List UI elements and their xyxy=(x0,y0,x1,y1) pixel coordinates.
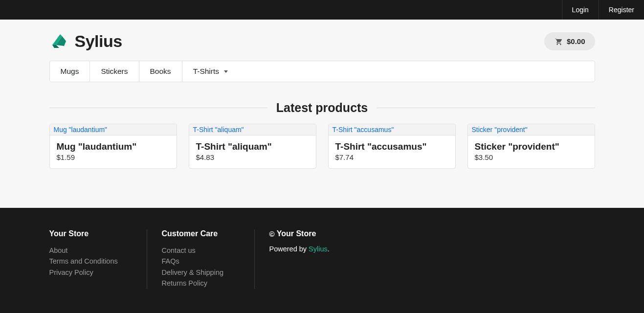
product-title[interactable]: T-Shirt "aliquam" xyxy=(196,141,309,152)
nav-item-t-shirts[interactable]: T-Shirts xyxy=(182,61,239,82)
product-card: Sticker "provident"Sticker "provident"$3… xyxy=(467,124,595,169)
footer-col-store: Your Store AboutTerms and ConditionsPriv… xyxy=(49,229,147,289)
product-image-link[interactable]: Sticker "provident" xyxy=(472,126,528,134)
nav-item-label: Mugs xyxy=(61,67,79,76)
product-card-body: T-Shirt "accusamus"$7.74 xyxy=(329,135,455,168)
product-card-body: Mug "laudantium"$1.59 xyxy=(50,135,177,168)
product-price: $7.74 xyxy=(335,153,448,161)
login-link[interactable]: Login xyxy=(562,0,599,20)
product-title[interactable]: Mug "laudantium" xyxy=(57,141,170,152)
product-image-placeholder: T-Shirt "accusamus" xyxy=(329,124,455,135)
section-heading: Latest products xyxy=(49,101,595,115)
nav-item-label: Books xyxy=(150,67,171,76)
product-card: T-Shirt "accusamus"T-Shirt "accusamus"$7… xyxy=(328,124,456,169)
header: Sylius $0.00 xyxy=(49,20,595,61)
product-image-placeholder: T-Shirt "aliquam" xyxy=(189,124,316,135)
nav-item-label: Stickers xyxy=(101,67,128,76)
footer-link[interactable]: About xyxy=(49,245,127,256)
copyright-icon: © xyxy=(269,230,275,238)
footer-link[interactable]: Privacy Policy xyxy=(49,267,127,278)
footer-link[interactable]: Contact us xyxy=(162,245,235,256)
cart-icon xyxy=(554,37,562,45)
product-image-link[interactable]: T-Shirt "aliquam" xyxy=(193,126,244,134)
brand[interactable]: Sylius xyxy=(49,31,122,51)
product-card-body: T-Shirt "aliquam"$4.83 xyxy=(189,135,316,168)
footer: Your Store AboutTerms and ConditionsPriv… xyxy=(0,208,644,313)
footer-link[interactable]: Returns Policy xyxy=(162,278,235,289)
product-card-body: Sticker "provident"$3.50 xyxy=(468,135,595,168)
copyright: © Your Store xyxy=(269,229,330,238)
product-title[interactable]: Sticker "provident" xyxy=(475,141,588,152)
sylius-link[interactable]: Sylius xyxy=(309,245,328,253)
nav-item-books[interactable]: Books xyxy=(139,61,182,82)
main-nav: MugsStickersBooksT-Shirts xyxy=(49,61,595,82)
brand-name: Sylius xyxy=(75,32,122,51)
footer-col-title: Customer Care xyxy=(162,229,235,238)
product-image-link[interactable]: T-Shirt "accusamus" xyxy=(333,126,394,134)
footer-link[interactable]: Terms and Conditions xyxy=(49,256,127,267)
product-image-placeholder: Sticker "provident" xyxy=(468,124,595,135)
top-bar: Login Register xyxy=(0,0,644,20)
nav-item-mugs[interactable]: Mugs xyxy=(50,61,90,82)
footer-col-title: Your Store xyxy=(49,229,127,238)
footer-link[interactable]: FAQs xyxy=(162,256,235,267)
footer-link[interactable]: Delivery & Shipping xyxy=(162,267,235,278)
copyright-text: Your Store xyxy=(277,229,316,238)
latest-products-title: Latest products xyxy=(267,101,377,115)
powered-prefix: Powered by xyxy=(269,245,309,253)
product-image-link[interactable]: Mug "laudantium" xyxy=(54,126,108,134)
powered-suffix: . xyxy=(328,245,330,253)
product-card: Mug "laudantium"Mug "laudantium"$1.59 xyxy=(49,124,177,169)
product-price: $1.59 xyxy=(57,153,170,161)
chevron-down-icon xyxy=(224,70,228,73)
cart-button[interactable]: $0.00 xyxy=(544,32,595,50)
powered-by: Powered by Sylius. xyxy=(269,245,330,253)
product-image-placeholder: Mug "laudantium" xyxy=(50,124,177,135)
nav-item-stickers[interactable]: Stickers xyxy=(90,61,139,82)
footer-col-care: Customer Care Contact usFAQsDelivery & S… xyxy=(162,229,255,289)
product-price: $3.50 xyxy=(475,153,588,161)
footer-col-copyright: © Your Store Powered by Sylius. xyxy=(269,229,349,289)
nav-item-label: T-Shirts xyxy=(193,67,219,76)
product-card: T-Shirt "aliquam"T-Shirt "aliquam"$4.83 xyxy=(189,124,316,169)
product-price: $4.83 xyxy=(196,153,309,161)
register-link[interactable]: Register xyxy=(599,0,644,20)
sylius-logo-icon xyxy=(49,31,69,51)
cart-amount: $0.00 xyxy=(567,37,585,45)
product-title[interactable]: T-Shirt "accusamus" xyxy=(335,141,448,152)
product-grid: Mug "laudantium"Mug "laudantium"$1.59T-S… xyxy=(49,124,595,169)
